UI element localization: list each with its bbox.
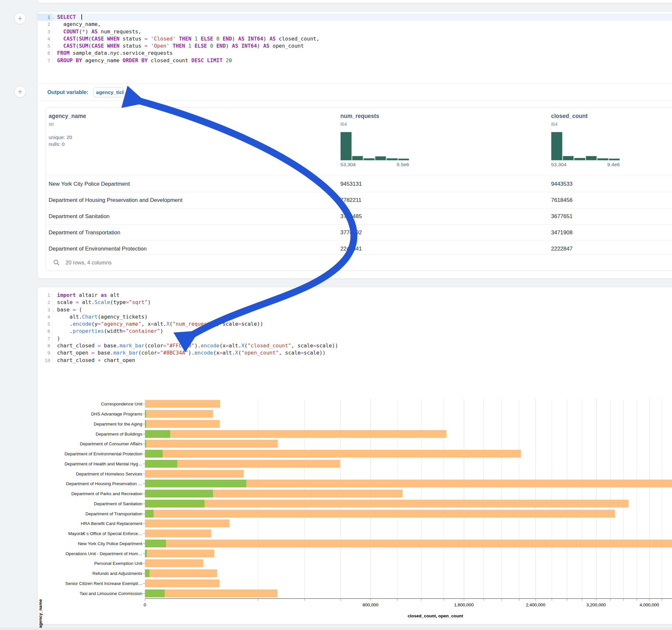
bar-closed-count[interactable] (145, 519, 230, 527)
python-line-2[interactable]: 2scale = alt.Scale(type="sqrt") (38, 299, 672, 306)
code-token-pl (191, 43, 194, 49)
gridline (340, 399, 341, 598)
column-header-num_requests[interactable]: num_requestsi6453,3049.5e6 (340, 113, 409, 168)
python-line-5[interactable]: 5 .encode(y="agency_name", x=alt.X("num_… (38, 320, 672, 328)
python-line-4[interactable]: 4 alt.Chart(agency_tickets) (38, 313, 672, 320)
bar-closed-count[interactable] (145, 539, 672, 547)
bar-closed-count[interactable] (145, 550, 214, 557)
bar-closed-count[interactable] (145, 430, 447, 438)
y-axis-tick (143, 554, 145, 554)
bar-closed-count[interactable] (145, 450, 521, 458)
code-token-pl: , scale (216, 321, 238, 327)
code-token-pl: . (57, 328, 73, 334)
sql-line-3[interactable]: 3 COUNT(*) AS num_requests, (38, 28, 672, 35)
code-token-kw: SUM (79, 35, 88, 42)
bar-open-count[interactable] (145, 510, 154, 517)
code-token-op: = (301, 350, 304, 356)
python-line-3[interactable]: 3⌄base = ( (38, 306, 672, 313)
output-variable-value: agency_tickets (96, 90, 124, 95)
code-token-kw: DESC (191, 57, 204, 64)
bar-open-count[interactable] (145, 410, 146, 418)
bar-open-count[interactable] (145, 440, 146, 447)
sql-line-4[interactable]: 4 CAST(SUM(CASE WHEN status = 'Closed' T… (38, 35, 672, 43)
code-token-kw: AS (269, 35, 275, 42)
bar-closed-count[interactable] (145, 530, 211, 537)
sql-line-2[interactable]: 2 agency_name, (38, 21, 672, 28)
code-text: scale = alt.Scale(type="sqrt") (52, 299, 151, 306)
code-token-kw: THEN (172, 43, 185, 49)
bar-open-count[interactable] (145, 430, 170, 438)
python-line-1[interactable]: 1import altair as alt (38, 292, 672, 299)
code-text: base = ( (52, 306, 82, 313)
output-variable-pill[interactable]: agency_tickets (93, 88, 124, 97)
table-cell: Department of Transportation (49, 224, 120, 240)
python-line-9[interactable]: 9chart_open = base.mark_bar(color="#8BC3… (38, 349, 672, 357)
bar-closed-count[interactable] (145, 500, 628, 508)
search-icon[interactable] (53, 259, 59, 266)
sql-line-7[interactable]: 7GROUP BY agency_name ORDER BY closed_co… (38, 57, 672, 64)
fold-chevron-icon[interactable]: ⌄ (52, 307, 54, 314)
bar-closed-count[interactable] (145, 420, 220, 428)
bar-closed-count[interactable] (145, 559, 203, 567)
code-token-kw: SUM (79, 43, 88, 49)
bar-closed-count[interactable] (145, 440, 278, 447)
python-code-editor[interactable]: 1import altair as alt2scale = alt.Scale(… (38, 287, 672, 364)
code-token-pl: (type (110, 299, 126, 305)
bar-open-count[interactable] (145, 570, 149, 577)
bar-open-count[interactable] (145, 460, 177, 468)
code-token-op: = (76, 299, 79, 305)
bar-open-count[interactable] (145, 450, 163, 458)
y-axis-label: Refunds and Adjustments (38, 571, 142, 576)
bar-closed-count[interactable] (145, 570, 217, 577)
bar-closed-count[interactable] (145, 400, 220, 408)
sql-line-6[interactable]: 6FROM sample_data.nyc.service_requests (38, 50, 672, 57)
y-axis-tick (143, 424, 145, 424)
bar-open-count[interactable] (145, 490, 213, 498)
sql-code-editor[interactable]: 1⌄SELECT 2 agency_name,3 COUNT(*) AS num… (38, 12, 672, 64)
bar-open-count[interactable] (145, 420, 146, 428)
table-row[interactable]: Department of Transportation377489234719… (46, 224, 672, 240)
table-footer: 20 rows, 4 columns (46, 254, 672, 271)
python-line-8[interactable]: 8chart_closed = base.mark_bar(color="#FF… (38, 342, 672, 349)
python-line-10[interactable]: 10chart_closed + chart_open (38, 357, 672, 364)
table-row[interactable]: New York City Police Department945313194… (46, 176, 672, 192)
code-token-op: = (145, 43, 148, 49)
bar-closed-count[interactable] (145, 579, 219, 587)
column-header-closed_count[interactable]: closed_counti6453,3049.4e6 (551, 113, 620, 168)
table-row[interactable]: Department of Sanitation37494853677651 (46, 208, 672, 224)
python-line-7[interactable]: 7) (38, 335, 672, 342)
code-token-fn: Scale (95, 299, 110, 305)
table-cell: 3677651 (551, 209, 573, 224)
table-row[interactable]: Department of Housing Preservation and D… (46, 192, 672, 208)
sql-line-1[interactable]: 1⌄SELECT (38, 14, 672, 21)
histogram-bin (398, 159, 409, 161)
python-line-6[interactable]: 6 .properties(width="container") (38, 328, 672, 335)
code-token-fn: mark_bar (120, 343, 145, 349)
bar-closed-count[interactable] (145, 589, 278, 597)
fold-chevron-icon[interactable]: ⌄ (52, 14, 54, 21)
bar-open-count[interactable] (145, 539, 166, 547)
bar-open-count[interactable] (145, 480, 246, 487)
bar-open-count[interactable] (145, 589, 165, 597)
y-axis-label: Mayorâ€ s Office of Special Enforce… (38, 531, 142, 536)
code-text: chart_open = base.mark_bar(color="#8BC34… (52, 349, 326, 357)
line-number: 10 (38, 357, 52, 364)
x-axis-tick (649, 599, 650, 601)
gridline (596, 399, 597, 598)
gridline (397, 399, 398, 598)
bar-closed-count[interactable] (145, 410, 213, 418)
sql-line-5[interactable]: 5 CAST(SUM(CASE WHEN status = 'Open' THE… (38, 43, 672, 50)
bar-closed-count[interactable] (145, 510, 615, 517)
column-header-agency_name[interactable]: agency_namestrunique: 20nulls: 0 (49, 113, 86, 147)
next-cell-top-edge (0, 628, 672, 630)
code-token-op: = (238, 321, 241, 327)
add-cell-button-output[interactable]: + (14, 86, 26, 98)
histogram-bin (609, 159, 620, 161)
row-count-summary: 20 rows, 4 columns (66, 260, 112, 266)
code-token-pl: ) (232, 35, 238, 42)
bar-open-count[interactable] (145, 550, 147, 557)
bar-open-count[interactable] (145, 500, 205, 508)
add-cell-button-top[interactable]: + (14, 13, 26, 24)
y-axis-label: Department of Homeless Services (38, 471, 142, 477)
bar-closed-count[interactable] (145, 470, 244, 478)
